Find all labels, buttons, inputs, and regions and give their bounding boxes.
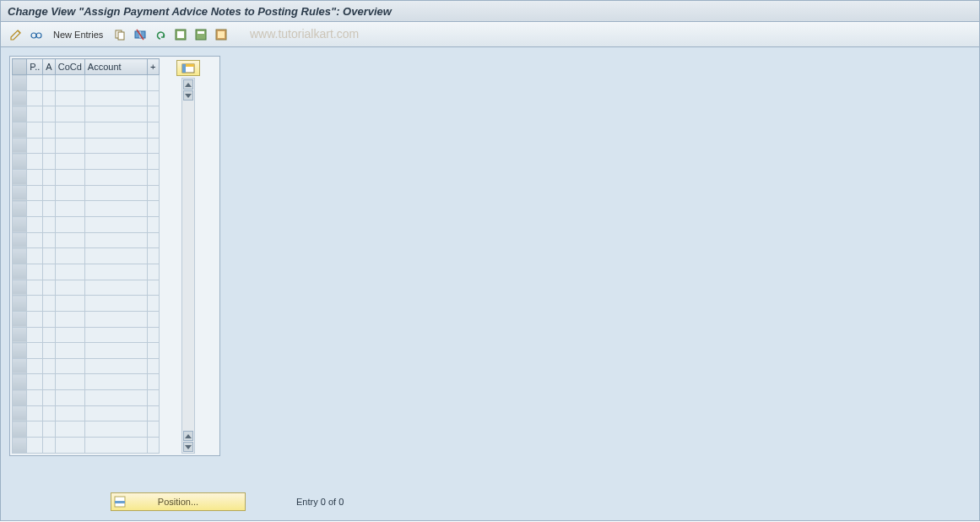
scroll-up-button[interactable] <box>183 90 193 101</box>
column-header-p[interactable]: P.. <box>27 59 43 75</box>
cell[interactable] <box>148 216 160 232</box>
scroll-page-up-button[interactable] <box>183 79 193 90</box>
cell[interactable] <box>84 90 147 106</box>
row-selector[interactable] <box>13 405 27 421</box>
cell[interactable] <box>148 138 160 154</box>
cell[interactable] <box>43 438 55 454</box>
row-selector[interactable] <box>13 343 27 359</box>
cell[interactable] <box>55 201 84 217</box>
cell[interactable] <box>55 185 84 201</box>
cell[interactable] <box>27 75 43 91</box>
cell[interactable] <box>43 280 55 296</box>
row-selector[interactable] <box>13 280 27 296</box>
row-selector[interactable] <box>13 232 27 248</box>
position-button[interactable]: Position... <box>111 492 246 511</box>
cell[interactable] <box>84 216 147 232</box>
row-selector[interactable] <box>13 106 27 122</box>
row-selector[interactable] <box>13 438 27 454</box>
row-selector[interactable] <box>13 358 27 374</box>
cell[interactable] <box>148 374 160 390</box>
cell[interactable] <box>84 405 147 421</box>
cell[interactable] <box>27 201 43 217</box>
cell[interactable] <box>27 138 43 154</box>
cell[interactable] <box>43 390 55 406</box>
row-selector[interactable] <box>13 390 27 406</box>
cell[interactable] <box>55 358 84 374</box>
cell[interactable] <box>27 216 43 232</box>
cell[interactable] <box>27 154 43 170</box>
cell[interactable] <box>148 280 160 296</box>
cell[interactable] <box>55 75 84 91</box>
cell[interactable] <box>55 438 84 454</box>
cell[interactable] <box>55 154 84 170</box>
cell[interactable] <box>84 311 147 327</box>
cell[interactable] <box>84 390 147 406</box>
cell[interactable] <box>84 296 147 312</box>
cell[interactable] <box>84 169 147 185</box>
cell[interactable] <box>27 169 43 185</box>
cell[interactable] <box>148 296 160 312</box>
cell[interactable] <box>43 138 55 154</box>
cell[interactable] <box>55 327 84 343</box>
column-header-cocd[interactable]: CoCd <box>55 59 84 75</box>
cell[interactable] <box>43 327 55 343</box>
cell[interactable] <box>27 421 43 438</box>
cell[interactable] <box>84 264 147 280</box>
cell[interactable] <box>148 90 160 106</box>
cell[interactable] <box>148 248 160 264</box>
cell[interactable] <box>55 248 84 264</box>
cell[interactable] <box>27 343 43 359</box>
cell[interactable] <box>84 154 147 170</box>
cell[interactable] <box>148 264 160 280</box>
cell[interactable] <box>43 311 55 327</box>
cell[interactable] <box>55 264 84 280</box>
cell[interactable] <box>84 185 147 201</box>
cell[interactable] <box>148 106 160 122</box>
cell[interactable] <box>148 390 160 406</box>
cell[interactable] <box>43 75 55 91</box>
cell[interactable] <box>148 405 160 421</box>
row-selector[interactable] <box>13 122 27 138</box>
cell[interactable] <box>148 185 160 201</box>
cell[interactable] <box>43 405 55 421</box>
cell[interactable] <box>84 138 147 154</box>
cell[interactable] <box>43 358 55 374</box>
cell[interactable] <box>27 327 43 343</box>
cell[interactable] <box>84 280 147 296</box>
cell[interactable] <box>148 311 160 327</box>
row-selector[interactable] <box>13 185 27 201</box>
cell[interactable] <box>148 154 160 170</box>
cell[interactable] <box>55 343 84 359</box>
cell[interactable] <box>27 185 43 201</box>
cell[interactable] <box>148 358 160 374</box>
cell[interactable] <box>55 374 84 390</box>
cell[interactable] <box>43 201 55 217</box>
cell[interactable] <box>84 248 147 264</box>
cell[interactable] <box>148 327 160 343</box>
cell[interactable] <box>27 264 43 280</box>
new-entries-button[interactable]: New Entries <box>48 28 108 41</box>
cell[interactable] <box>84 343 147 359</box>
cell[interactable] <box>43 374 55 390</box>
row-selector[interactable] <box>13 75 27 91</box>
scroll-down-button[interactable] <box>183 431 193 441</box>
cell[interactable] <box>55 296 84 312</box>
delete-button[interactable] <box>132 26 149 43</box>
cell[interactable] <box>84 374 147 390</box>
cell[interactable] <box>43 185 55 201</box>
cell[interactable] <box>27 280 43 296</box>
row-selector[interactable] <box>13 154 27 170</box>
cell[interactable] <box>43 106 55 122</box>
cell[interactable] <box>148 75 160 91</box>
cell[interactable] <box>148 232 160 248</box>
cell[interactable] <box>84 75 147 91</box>
row-selector[interactable] <box>13 327 27 343</box>
cell[interactable] <box>27 106 43 122</box>
row-selector[interactable] <box>13 264 27 280</box>
cell[interactable] <box>27 405 43 421</box>
cell[interactable] <box>148 169 160 185</box>
select-block-button[interactable] <box>192 26 209 43</box>
column-header-account[interactable]: Account <box>84 59 147 75</box>
cell[interactable] <box>43 216 55 232</box>
cell[interactable] <box>55 280 84 296</box>
